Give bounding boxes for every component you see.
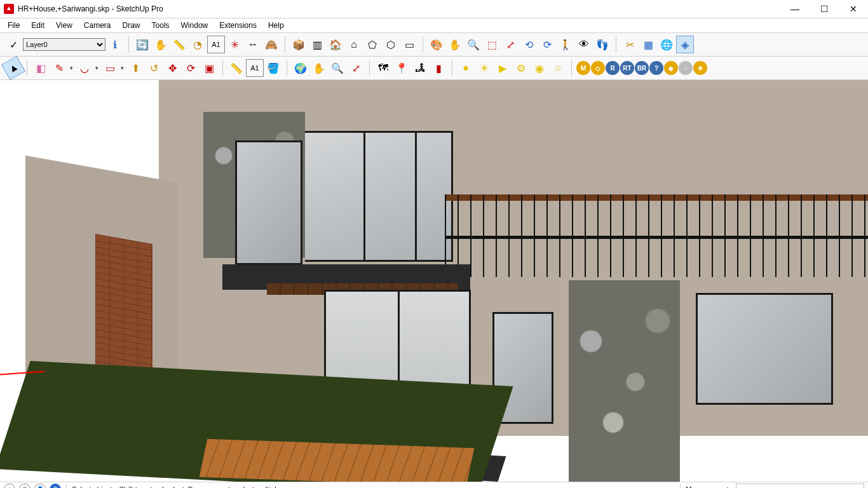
tape2-icon[interactable]: 📏 [227, 59, 245, 77]
rect-dropdown-icon[interactable]: ▾ [118, 59, 126, 77]
protractor-icon[interactable]: ◔ [189, 36, 207, 53]
model-window-lower-2 [696, 293, 833, 405]
move-icon[interactable]: ✥ [163, 59, 181, 77]
status-help-icon[interactable]: ? [50, 484, 61, 488]
next-view-icon[interactable]: ⟳ [538, 36, 556, 53]
tape-icon[interactable]: 📏 [170, 36, 188, 53]
text2-icon[interactable]: A1 [246, 59, 264, 77]
plan-icon[interactable]: ▦ [639, 36, 657, 53]
window-title: HR+House,+Sariwangi.skp - SketchUp Pro [18, 4, 163, 13]
status-user-icon[interactable]: 👤 [34, 484, 46, 488]
photo-icon[interactable]: 🏞 [411, 59, 429, 77]
zoom-icon[interactable]: 🔍 [465, 36, 482, 53]
zoom2-icon[interactable]: 🔍 [329, 59, 346, 77]
world-icon[interactable]: 🌍 [292, 59, 309, 77]
badge-diamond-icon[interactable]: ◇ [591, 61, 605, 75]
measurements-label: Measurements [686, 485, 732, 488]
shadow5-icon[interactable]: ◉ [531, 59, 548, 77]
layer-select[interactable]: Layer0 [23, 38, 105, 51]
dimension-icon[interactable]: ↔ [244, 36, 262, 53]
arc-icon[interactable]: ◡ [76, 59, 93, 77]
menu-extensions[interactable]: Extensions [214, 20, 262, 31]
component-icon[interactable]: 📦 [290, 36, 308, 53]
section-icon[interactable]: ✂ [621, 36, 639, 53]
badge-br-icon[interactable]: BR [635, 61, 649, 75]
zoom-ext2-icon[interactable]: ⤢ [347, 59, 365, 77]
pencil-icon[interactable]: ✎ [50, 59, 68, 77]
paint-icon[interactable]: 🪣 [264, 59, 282, 77]
rotate-icon[interactable]: ⟳ [182, 59, 200, 77]
minimize-button[interactable]: — [780, 0, 810, 18]
previous-view-icon[interactable]: ⟲ [520, 36, 538, 53]
zoom-window-icon[interactable]: ⬚ [483, 36, 501, 53]
menu-window[interactable]: Window [176, 20, 214, 31]
front-icon[interactable]: ⬠ [363, 36, 381, 53]
hand-icon[interactable]: ✋ [446, 36, 464, 53]
eraser-icon[interactable]: ◧ [32, 59, 50, 77]
pencil-dropdown-icon[interactable]: ▾ [67, 59, 75, 77]
styles-icon[interactable]: 🎨 [428, 36, 445, 53]
shadow6-icon[interactable]: ○ [549, 59, 567, 77]
right-icon[interactable]: ⬡ [382, 36, 400, 53]
zoom-extents-icon[interactable]: ⤢ [501, 36, 519, 53]
top-icon[interactable]: ⌂ [345, 36, 363, 53]
pan-icon[interactable]: ✋ [152, 36, 170, 53]
footprint-icon[interactable]: 👣 [593, 36, 611, 53]
walk-icon[interactable]: 🚶 [557, 36, 574, 53]
statusbar: ⊙ © 👤 ? Select objects. Shift to extend … [0, 482, 868, 488]
badge-d-icon[interactable]: ◆ [664, 61, 678, 75]
shadow3-icon[interactable]: ▶ [494, 59, 512, 77]
model-viewport[interactable] [0, 80, 868, 482]
back-icon[interactable]: ▭ [400, 36, 418, 53]
layer-info-icon[interactable]: ℹ [106, 36, 124, 53]
toolbar-row-2: ▲ ◧ ✎▾ ◡▾ ▭▾ ⬆ ↺ ✥ ⟳ ▣ 📏 A1 🪣 🌍 ✋ 🔍 ⤢ 🗺 … [0, 57, 868, 80]
red-square-icon[interactable]: ▮ [430, 59, 447, 77]
badge-rt-icon[interactable]: RT [620, 61, 634, 75]
geo-map-icon[interactable]: 🗺 [374, 59, 392, 77]
arc-dropdown-icon[interactable]: ▾ [93, 59, 100, 77]
menu-camera[interactable]: Camera [79, 20, 116, 31]
badge-m-icon[interactable]: M [576, 61, 590, 75]
look-icon[interactable]: 👁 [575, 36, 593, 53]
status-credits-icon[interactable]: © [19, 484, 31, 488]
window-controls: — ☐ ✕ [780, 0, 868, 18]
axes-icon[interactable]: ✳ [226, 36, 243, 53]
status-hint-text: Select objects. Shift to extend select. … [72, 485, 282, 488]
model-balcony [445, 194, 868, 277]
status-geo-icon[interactable]: ⊙ [4, 484, 15, 488]
badge-circle-icon[interactable]: ○ [679, 61, 693, 75]
orbit-icon[interactable]: 🔄 [133, 36, 151, 53]
select-tool-icon[interactable]: ▲ [1, 56, 25, 80]
maximize-button[interactable]: ☐ [810, 0, 839, 18]
badge-star-icon[interactable]: ✳ [693, 61, 707, 75]
globe-icon[interactable]: 🌐 [658, 36, 675, 53]
text-icon[interactable]: A1 [207, 36, 225, 53]
menu-draw[interactable]: Draw [118, 20, 146, 31]
pushpull-icon[interactable]: ⬆ [126, 59, 144, 77]
followme-icon[interactable]: ↺ [145, 59, 163, 77]
menu-help[interactable]: Help [263, 20, 289, 31]
scale-icon[interactable]: ▣ [200, 59, 218, 77]
hide-icon[interactable]: 🙈 [262, 36, 280, 53]
shadow2-icon[interactable]: ☀ [475, 59, 493, 77]
titlebar: HR+House,+Sariwangi.skp - SketchUp Pro —… [0, 0, 868, 18]
model-info-icon[interactable]: ◈ [676, 36, 694, 53]
menu-edit[interactable]: Edit [26, 20, 50, 31]
menu-tools[interactable]: Tools [147, 20, 175, 31]
geo-pin-icon[interactable]: 📍 [393, 59, 410, 77]
menu-file[interactable]: File [3, 20, 25, 31]
measurements-input[interactable] [736, 484, 864, 488]
menu-view[interactable]: View [51, 20, 78, 31]
pan2-icon[interactable]: ✋ [310, 59, 328, 77]
layer-visible-icon[interactable]: ✓ [4, 36, 22, 53]
iso-icon[interactable]: 🏠 [327, 36, 344, 53]
badge-r-icon[interactable]: R [606, 61, 620, 75]
badge-help-icon[interactable]: ? [649, 61, 663, 75]
menubar: File Edit View Camera Draw Tools Window … [0, 18, 868, 33]
shadow1-icon[interactable]: ● [457, 59, 475, 77]
shadow4-icon[interactable]: ⚙ [512, 59, 530, 77]
close-button[interactable]: ✕ [839, 0, 868, 18]
group-icon[interactable]: ▥ [308, 36, 326, 53]
app-icon [4, 4, 14, 14]
rect-icon[interactable]: ▭ [101, 59, 119, 77]
